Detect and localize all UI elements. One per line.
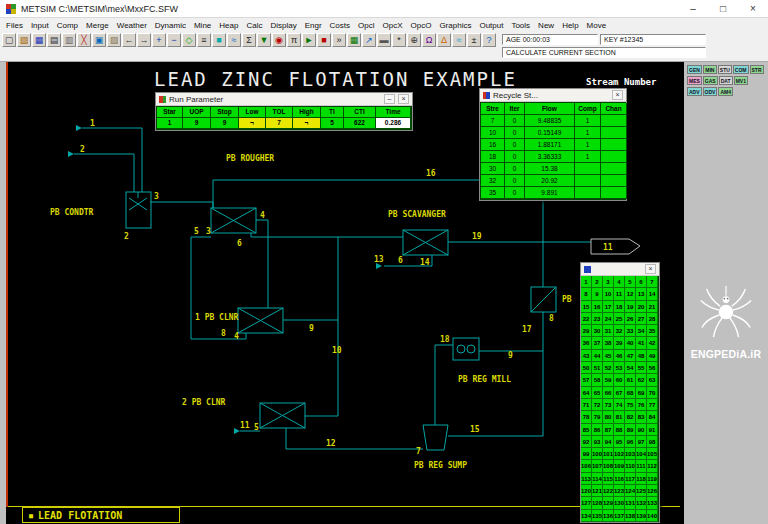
recycle-value-cell[interactable] [601,139,627,151]
stream-number-cell[interactable]: 138 [625,510,636,522]
recycle-value-cell[interactable]: 1 [575,127,601,139]
recycle-value-cell[interactable] [601,163,627,175]
stream-number-cell[interactable]: 17 [603,301,614,313]
stream-label[interactable]: 8 [221,329,226,338]
stream-number-cell[interactable]: 48 [636,350,647,362]
flowsheet-canvas[interactable]: LEAD ZINC FLOTATION EXAMPLE Stream Numbe… [6,62,684,524]
pb-reg-sump-unit[interactable] [423,425,448,450]
stream-number-cell[interactable]: 125 [636,485,647,497]
menu-opco[interactable]: OpcO [406,21,435,30]
menu-files[interactable]: Files [2,21,27,30]
stop-icon[interactable]: ■ [317,33,331,47]
stream-number-cell[interactable]: 112 [647,460,658,472]
stream-4-line[interactable] [256,220,268,308]
stream-label[interactable]: 18 [440,335,450,344]
stream-number-cell[interactable]: 103 [625,448,636,460]
stream-number-cell[interactable]: 126 [647,485,658,497]
stream-number-cell[interactable]: 101 [603,448,614,460]
stream-number-cell[interactable]: 27 [636,313,647,325]
run-param-value-cell[interactable]: 622 [344,118,376,129]
recycle-value-cell[interactable]: 7 [481,115,505,127]
stream-number-cell[interactable]: 133 [647,497,658,509]
stream-number-cell[interactable]: 24 [603,313,614,325]
streams-icon[interactable]: ≈ [227,33,241,47]
stream-number-cell[interactable]: 18 [614,301,625,313]
stream-number-cell[interactable]: 53 [614,362,625,374]
copy-icon[interactable]: ▣ [92,33,106,47]
recycle-value-cell[interactable]: 0.15149 [525,127,575,139]
heat-icon[interactable]: Δ [437,33,451,47]
stream-number-cell[interactable]: 140 [647,510,658,522]
maximize-button[interactable]: □ [708,0,738,18]
pb-clnr1-unit[interactable] [238,308,283,333]
recycle-value-cell[interactable]: 1.88171 [525,139,575,151]
stream-number-cell[interactable]: 107 [592,460,603,472]
stream-number-cell[interactable]: 113 [581,473,592,485]
menu-mine[interactable]: Mine [190,21,215,30]
recycle-value-cell[interactable] [601,115,627,127]
undo-icon[interactable]: ← [122,33,136,47]
side-button-gen[interactable]: GEN [687,65,702,74]
stream-number-cell[interactable]: 41 [636,337,647,349]
stream-number-cell[interactable]: 2 [592,276,603,288]
stream-number-cell[interactable]: 57 [581,374,592,386]
zoom-in-icon[interactable]: + [152,33,166,47]
calculate-section-field[interactable]: CALCULATE CURRENT SECTION [502,47,706,58]
stream-number-cell[interactable]: 87 [603,424,614,436]
recycle-value-cell[interactable] [601,151,627,163]
stream-label[interactable]: 8 [549,314,554,323]
stream-number-cell[interactable]: 139 [636,510,647,522]
stream-grid-titlebar[interactable]: × [581,263,659,276]
stream-number-cell[interactable]: 115 [603,473,614,485]
stream-number-cell[interactable]: 85 [581,424,592,436]
stream-label[interactable]: 1 [90,119,95,128]
stream-label[interactable]: 3 [154,192,159,201]
stream-number-cell[interactable]: 55 [636,362,647,374]
stream-3-line[interactable] [150,202,213,208]
recycle-value-cell[interactable]: 20.92 [525,175,575,187]
stream-label[interactable]: 9 [508,351,513,360]
stream-number-cell[interactable]: 86 [592,424,603,436]
menu-weather[interactable]: Weather [113,21,151,30]
stream-number-cell[interactable]: 114 [592,473,603,485]
stream-number-cell[interactable]: 4 [614,276,625,288]
recycle-value-cell[interactable]: 1 [575,151,601,163]
stream-number-cell[interactable]: 96 [625,436,636,448]
menu-input[interactable]: Input [27,21,53,30]
stream-label[interactable]: 3 [206,227,211,236]
stream-number-cell[interactable]: 6 [636,276,647,288]
controls-icon[interactable]: ◉ [272,33,286,47]
recycle-value-cell[interactable]: 0 [505,139,525,151]
menu-dynamic[interactable]: Dynamic [151,21,190,30]
stream-number-cell[interactable]: 36 [581,337,592,349]
stream-number-cell[interactable]: 15 [581,301,592,313]
stream-number-cell[interactable]: 30 [592,325,603,337]
side-button-dat[interactable]: DAT [719,76,733,85]
side-button-stu[interactable]: STU [718,65,732,74]
menu-output[interactable]: Output [475,21,507,30]
stream-2-line[interactable] [74,154,134,192]
stream-number-cell[interactable]: 72 [592,399,603,411]
stream-label[interactable]: 14 [420,258,430,267]
recycle-value-cell[interactable] [601,127,627,139]
stream-number-cell[interactable]: 19 [625,301,636,313]
recycle-value-cell[interactable]: 10 [481,127,505,139]
stream-number-cell[interactable]: 109 [614,460,625,472]
save-file-icon[interactable]: ▦ [32,33,46,47]
stream-number-cell[interactable]: 59 [603,374,614,386]
stream-number-cell[interactable]: 67 [614,387,625,399]
stream-number-cell[interactable]: 64 [581,387,592,399]
run-parameter-window[interactable]: Run Parameter – × StarUOPStopLowTOLHighT… [155,92,413,131]
pb-condtr-unit[interactable] [126,192,151,228]
recycle-value-cell[interactable] [601,187,627,199]
minimize-button[interactable]: – [678,0,708,18]
stream-number-cell[interactable]: 29 [581,325,592,337]
stream-number-cell[interactable]: 80 [603,411,614,423]
recycle-value-cell[interactable]: 0 [505,187,525,199]
stream-18-line[interactable] [435,345,453,425]
stream-number-cell[interactable]: 58 [592,374,603,386]
stream-number-cell[interactable]: 56 [647,362,658,374]
feeds-icon[interactable]: ▼ [257,33,271,47]
stream-label[interactable]: 6 [237,239,242,248]
pb-clnr2-unit[interactable] [260,403,305,428]
